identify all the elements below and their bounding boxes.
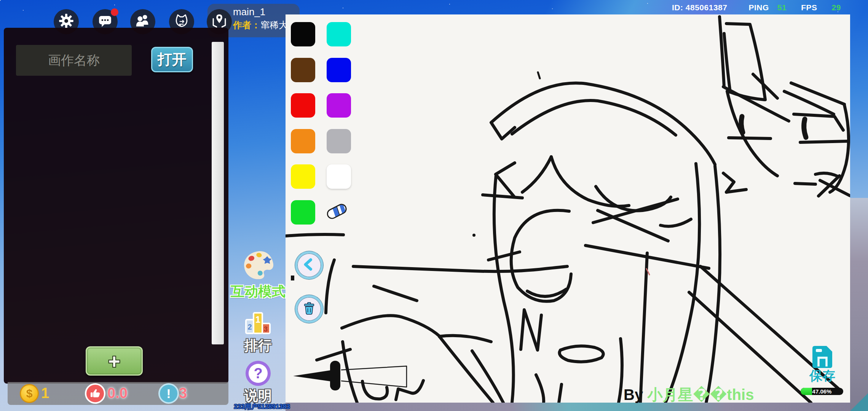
gallery-panel: 打开 +	[4, 28, 228, 384]
color-swatch-orange[interactable]	[291, 129, 315, 153]
ping-label: PING	[748, 3, 769, 12]
artwork-name-input[interactable]	[16, 45, 132, 76]
alert-icon: !	[158, 383, 179, 404]
artwork-credit: By 小月星��this	[624, 384, 754, 405]
player-stats-bar: $ 1 0.0 ! 3	[8, 382, 228, 405]
undo-button[interactable]	[295, 251, 323, 279]
add-artwork-button[interactable]: +	[86, 346, 143, 376]
ranking-label[interactable]: 排行	[220, 336, 296, 355]
sketch-drawing	[286, 14, 850, 403]
color-swatch-cyan[interactable]	[327, 22, 351, 46]
color-swatch-purple[interactable]	[327, 93, 351, 118]
like-icon	[85, 383, 105, 404]
wallpaper-bottom-strip	[286, 403, 850, 411]
credit-author: 小月星��this	[647, 386, 754, 403]
color-swatch-gray[interactable]	[327, 129, 351, 153]
server-info: 233用户512891383	[224, 402, 300, 411]
session-id: ID: 485061387	[672, 3, 727, 12]
svg-text:2: 2	[247, 323, 252, 331]
drawing-canvas[interactable]: By 小月星��this 保存 47.06%	[286, 14, 850, 403]
ping-value: 51	[777, 3, 787, 12]
interactive-mode-label[interactable]: 互动模式	[220, 282, 296, 301]
author-label: 作者：	[233, 20, 260, 30]
coin-count: 1	[41, 385, 49, 401]
status-bar: ID: 485061387 PING 51 FPS 29	[672, 3, 841, 12]
chat-notification-dot	[111, 8, 118, 16]
save-progress-bar: 47.06%	[801, 388, 843, 395]
color-swatch-black[interactable]	[291, 22, 315, 46]
clear-canvas-button[interactable]	[295, 295, 323, 323]
help-button[interactable]: ?	[246, 361, 271, 386]
undo-chevron-icon	[301, 256, 318, 274]
color-swatch-blue[interactable]	[327, 58, 351, 82]
question-mark-icon: ?	[249, 364, 268, 383]
color-swatch-brown[interactable]	[291, 58, 315, 82]
save-progress-text: 47.06%	[801, 388, 843, 395]
fps-value: 29	[832, 3, 841, 12]
save-label: 保存	[798, 367, 847, 385]
open-button[interactable]: 打开	[151, 47, 193, 72]
svg-text:3: 3	[264, 325, 268, 333]
color-swatch-green[interactable]	[291, 200, 315, 225]
color-swatch-yellow[interactable]	[291, 164, 315, 189]
svg-text:1: 1	[255, 314, 260, 325]
wallpaper-mountain	[850, 198, 868, 411]
wallpaper-stars	[0, 0, 1, 1]
fps-label: FPS	[801, 3, 817, 12]
eraser-button[interactable]	[324, 198, 351, 226]
save-button[interactable]: 保存	[798, 344, 847, 385]
alert-count: 3	[179, 385, 187, 401]
color-swatch-red[interactable]	[291, 93, 315, 118]
coin-icon: $	[20, 384, 39, 403]
trash-icon	[301, 300, 318, 318]
credit-by: By	[624, 386, 643, 403]
save-area: 保存 47.06%	[798, 344, 847, 395]
interactive-mode-button[interactable]	[241, 249, 276, 285]
like-count: 0.0	[107, 385, 128, 401]
ranking-button[interactable]: 2 1 3	[244, 310, 273, 338]
color-swatch-white[interactable]	[327, 164, 351, 189]
